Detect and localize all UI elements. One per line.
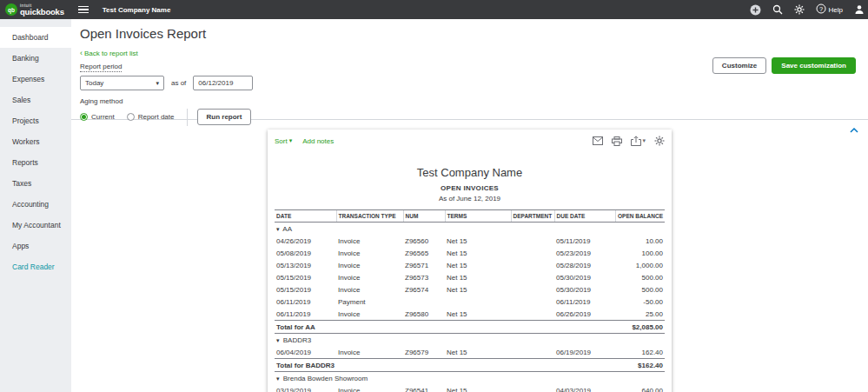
table-cell: Payment [336,296,403,308]
quickbooks-logo[interactable]: qb intuit quickbooks [5,3,64,17]
table-cell: 04/03/2019 [554,384,615,392]
email-icon[interactable] [593,136,603,145]
table-cell: 05/13/2019 [275,259,336,271]
aging-method-label: Aging method [80,97,868,105]
table-cell: Net 15 [445,384,511,392]
help-button[interactable]: ? Help [816,2,843,17]
table-cell: Net 15 [445,283,511,296]
main-content: Open Invoices Report ‹ Back to report li… [71,19,868,392]
table-cell [403,296,445,308]
table-row[interactable]: 05/13/2019InvoiceZ96571Net 1505/28/20191… [275,259,665,271]
table-row[interactable]: 04/26/2019InvoiceZ96560Net 1505/11/20191… [275,235,665,247]
table-cell [511,235,554,247]
table-row[interactable]: 03/19/2019InvoiceZ96541Net 1504/03/20196… [275,384,665,392]
sidebar-item-reports[interactable]: Reports [0,152,71,173]
column-header-department: DEPARTMENT [511,210,554,223]
chevron-up-collapse-icon[interactable] [849,122,859,137]
customize-button[interactable]: Customize [712,57,766,74]
back-to-report-list-link[interactable]: ‹ Back to report list [80,50,138,57]
sidebar-items: DashboardBankingExpensesSalesProjectsWor… [0,27,71,277]
vertical-divider [187,109,188,126]
table-cell [511,384,554,392]
run-report-button[interactable]: Run report [197,109,252,125]
table-cell: Invoice [336,384,403,392]
sidebar-item-card-reader[interactable]: Card Reader [0,256,71,277]
as-of-label: as of [171,79,186,87]
group-collapse-caret-icon: ▾ [276,337,280,343]
print-icon[interactable] [612,136,622,146]
report-card-toolbar: Sort ▾ Add notes ▾ [275,136,665,146]
table-cell: 06/19/2019 [554,346,615,359]
table-cell: 05/23/2019 [554,247,615,259]
table-cell: 10.00 [615,235,665,247]
aging-method-controls: Current Report date Run report [80,109,868,125]
table-cell: Net 15 [445,247,511,259]
add-notes-link[interactable]: Add notes [302,137,334,145]
table-cell [445,296,511,308]
table-cell: Invoice [336,283,403,296]
as-of-date-input[interactable] [193,76,253,90]
table-cell: 05/28/2019 [554,259,615,271]
table-row[interactable]: 05/15/2019InvoiceZ96573Net 1505/30/20195… [275,271,665,283]
table-row[interactable]: 05/15/2019InvoiceZ96574Net 1505/30/20195… [275,283,665,296]
table-cell: Net 15 [445,271,511,283]
table-cell [511,247,554,259]
user-icon[interactable] [854,4,865,15]
table-cell: Z96571 [403,259,445,271]
gear-icon[interactable] [654,136,665,146]
create-plus-icon[interactable] [750,4,761,16]
sidebar-item-apps[interactable]: Apps [0,236,71,256]
table-cell: 500.00 [615,271,665,283]
group-header-row[interactable]: ▾ Brenda Bowden Showroom [275,372,665,385]
chevron-down-icon: ▾ [642,137,646,144]
table-cell: 06/04/2019 [275,346,336,359]
search-icon[interactable] [772,4,783,15]
table-cell: Z96579 [403,346,445,359]
table-cell [511,296,554,308]
report-period-controls: Today ▾ as of [80,76,868,90]
group-total-row: Total for BADDR3$162.40 [275,359,665,372]
group-header-row[interactable]: ▾ BADDR3 [275,334,665,347]
table-cell: Z96573 [403,271,445,283]
sort-dropdown[interactable]: Sort ▾ [275,137,292,145]
report-title: OPEN INVOICES [275,184,665,192]
sidebar-item-accounting[interactable]: Accounting [0,194,71,215]
group-name: BADDR3 [282,336,312,344]
aging-current-radio[interactable] [80,113,88,121]
sidebar-item-banking[interactable]: Banking [0,48,71,69]
sidebar-item-dashboard[interactable]: Dashboard [0,27,71,48]
sidebar-item-projects[interactable]: Projects [0,110,71,131]
table-row[interactable]: 06/11/2019Payment06/11/2019-50.00 [275,296,665,308]
report-period-select[interactable]: Today ▾ [80,76,164,90]
table-cell: 05/15/2019 [275,271,336,283]
hamburger-menu-icon[interactable] [78,6,89,14]
save-customization-button[interactable]: Save customization [772,57,856,74]
sidebar-item-taxes[interactable]: Taxes [0,173,71,194]
sort-label: Sort [275,137,288,145]
table-row[interactable]: 06/11/2019InvoiceZ96580Net 1506/26/20192… [275,308,665,321]
sidebar-item-sales[interactable]: Sales [0,90,71,110]
table-cell [511,308,554,321]
group-header-row[interactable]: ▾ AA [275,223,665,236]
group-collapse-caret-icon: ▾ [276,375,280,382]
table-cell: 05/15/2019 [275,283,336,296]
column-header-terms: TERMS [445,210,511,223]
table-cell: 100.00 [615,247,665,259]
sidebar-item-workers[interactable]: Workers [0,131,71,152]
table-cell: Invoice [336,247,403,259]
table-row[interactable]: 06/04/2019InvoiceZ96579Net 1506/19/20191… [275,346,665,359]
aging-report-date-radio[interactable] [127,113,135,121]
logo-text: intuit quickbooks [20,3,64,17]
report-table: DATETRANSACTION TYPENUMTERMSDEPARTMENTDU… [275,209,665,392]
gear-icon[interactable] [794,4,805,15]
quickbooks-logo-text: quickbooks [20,8,64,17]
group-name: AA [282,225,292,233]
column-header-open-balance: OPEN BALANCE [615,210,665,223]
report-company-name: Test Company Name [275,166,665,179]
sidebar-item-my-accountant[interactable]: My Accountant [0,215,71,236]
report-card: Sort ▾ Add notes ▾ Test Compa [268,130,672,392]
sidebar-item-expenses[interactable]: Expenses [0,69,71,90]
export-icon[interactable]: ▾ [631,136,646,146]
aging-report-date-label: Report date [138,113,175,121]
table-row[interactable]: 05/08/2019InvoiceZ96565Net 1505/23/20191… [275,247,665,259]
